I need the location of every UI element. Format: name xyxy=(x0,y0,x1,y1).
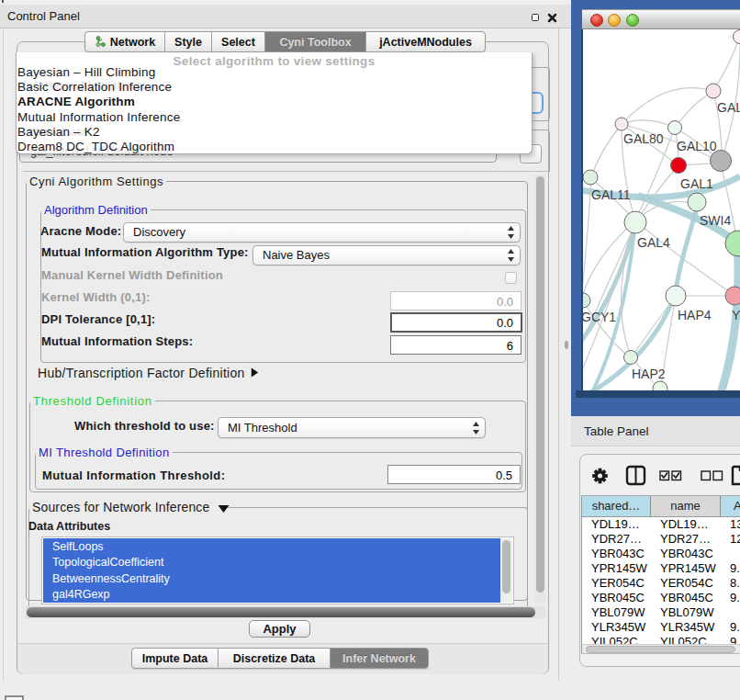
svg-text:SWI4: SWI4 xyxy=(700,213,731,228)
svg-text:GAL11: GAL11 xyxy=(591,187,631,202)
svg-text:GAL4: GAL4 xyxy=(637,235,670,250)
svg-text:HAP4: HAP4 xyxy=(678,308,712,322)
svg-text:GCY1: GCY1 xyxy=(583,310,616,324)
svg-text:HAP2: HAP2 xyxy=(632,367,666,381)
svg-text:GAL1: GAL1 xyxy=(680,176,713,191)
svg-text:GAL: GAL xyxy=(717,100,740,115)
svg-text:GAL10: GAL10 xyxy=(677,139,717,153)
svg-text:Y: Y xyxy=(732,308,740,322)
svg-text:GAL80: GAL80 xyxy=(623,131,664,146)
